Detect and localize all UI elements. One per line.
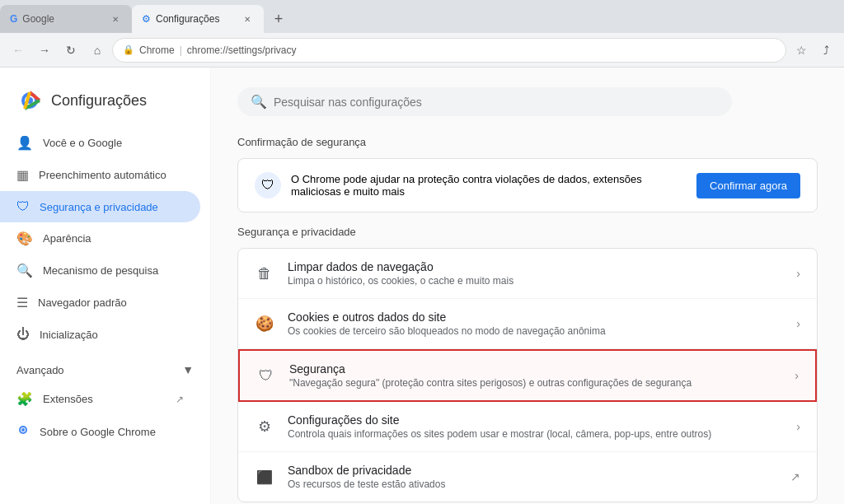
section-title-seguranca: Segurança e privacidade [237,226,818,238]
configuracoes-site-title: Configurações do site [288,413,783,427]
toolbar: ← → ↻ ⌂ 🔒 Chrome | chrome://settings/pri… [0,33,844,68]
list-item-limpar-dados[interactable]: 🗑 Limpar dados de navegação Limpa o hist… [238,249,817,299]
sidebar-item-sobre-chrome[interactable]: Sobre o Google Chrome [0,415,200,448]
security-privacy-list: 🗑 Limpar dados de navegação Limpa o hist… [237,248,818,502]
sidebar-item-mecanismo[interactable]: 🔍 Mecanismo de pesquisa [0,254,200,287]
search-icon: 🔍 [16,263,33,278]
search-icon: 🔍 [251,94,267,110]
address-divider: | [180,44,182,56]
advanced-label: Avançado [16,364,64,376]
sandbox-external-icon: ↗ [790,470,800,483]
site-settings-icon: ⚙ [255,418,274,436]
search-input[interactable] [274,96,719,109]
confirmation-card: 🛡 O Chrome pode ajudar na proteção contr… [237,158,818,212]
content-area: 🔍 Confirmação de segurança 🛡 O Chrome po… [211,68,844,504]
reload-button[interactable]: ↻ [59,39,82,62]
cookie-icon: 🍪 [255,315,274,333]
security-item-icon: 🛡 [256,367,276,385]
sidebar-item-voce-google[interactable]: 👤 Você e o Google [0,127,200,159]
sidebar-label-seguranca: Segurança e privacidade [40,201,158,213]
sidebar-label-sobre-chrome: Sobre o Google Chrome [40,426,156,438]
limpar-dados-arrow: › [796,267,800,280]
power-icon: ⏻ [16,327,30,342]
cookies-subtitle: Os cookies de terceiro são bloqueados no… [288,325,783,337]
sidebar-item-navegador[interactable]: ☰ Navegador padrão [0,287,200,319]
list-item-sandbox[interactable]: ⬛ Sandbox de privacidade Os recursos de … [238,452,817,502]
confirm-now-button[interactable]: Confirmar agora [696,173,800,198]
home-button[interactable]: ⌂ [86,39,109,62]
address-url: chrome://settings/privacy [187,44,297,56]
tab-google-close[interactable]: ✕ [109,12,122,26]
seguranca-item-subtitle: "Navegação segura" (proteção contra site… [289,377,781,389]
fill-icon: ▦ [16,167,29,183]
person-icon: 👤 [16,135,33,151]
cookies-text: Cookies e outros dados do site Os cookie… [288,310,783,337]
security-icon: 🔒 [123,44,134,55]
back-button[interactable]: ← [7,39,30,62]
confirmation-description: O Chrome pode ajudar na proteção contra … [291,173,642,198]
toolbar-actions: ☆ ⤴ [790,39,837,62]
main-layout: Configurações 👤 Você e o Google ▦ Preenc… [0,68,844,504]
sidebar-label-preenchimento: Preenchimento automático [39,169,166,181]
cookies-title: Cookies e outros dados do site [288,310,783,324]
sidebar-item-inicializacao[interactable]: ⏻ Inicialização [0,319,200,350]
sidebar-label-inicializacao: Inicialização [40,329,98,341]
sidebar-label-aparencia: Aparência [43,232,91,245]
confirmation-text: O Chrome pode ajudar na proteção contra … [291,173,687,198]
limpar-dados-title: Limpar dados de navegação [288,260,783,273]
confirmation-card-header: 🛡 O Chrome pode ajudar na proteção contr… [238,159,817,212]
sidebar-label-mecanismo: Mecanismo de pesquisa [43,264,158,277]
shield-badge: 🛡 [255,172,281,198]
sandbox-subtitle: Os recursos de teste estão ativados [288,478,777,490]
browser-icon: ☰ [16,295,28,310]
section-title-confirmacao: Confirmação de segurança [237,136,818,148]
tab-configuracoes[interactable]: ⚙ Configurações ✕ [132,5,264,33]
google-favicon: G [10,13,17,25]
sidebar-item-preenchimento[interactable]: ▦ Preenchimento automático [0,159,200,191]
sidebar-title: Configurações [51,92,147,110]
sidebar-logo: Configurações [0,81,210,127]
search-bar[interactable]: 🔍 [237,87,732,116]
configuracoes-site-text: Configurações do site Controla quais inf… [288,413,783,440]
sandbox-icon: ⬛ [255,469,274,485]
seguranca-item-title: Segurança [289,362,781,376]
seguranca-arrow: › [795,369,799,382]
svg-point-5 [21,428,25,432]
configuracoes-site-subtitle: Controla quais informações os sites pode… [288,428,783,440]
tab-google-title: Google [22,13,104,25]
sidebar-item-extensoes[interactable]: 🧩 Extensões ↗ [0,383,200,415]
configuracoes-site-arrow: › [796,420,800,433]
sidebar-item-seguranca[interactable]: 🛡 Segurança e privacidade [0,191,200,222]
tab-google[interactable]: G Google ✕ [0,5,132,33]
chrome-about-icon [16,423,30,440]
extensions-icon: 🧩 [16,391,33,407]
sidebar: Configurações 👤 Você e o Google ▦ Preenc… [0,68,211,504]
sidebar-item-aparencia[interactable]: 🎨 Aparência [0,222,200,254]
list-item-cookies[interactable]: 🍪 Cookies e outros dados do site Os cook… [238,299,817,349]
shield-icon: 🛡 [16,199,30,214]
sidebar-label-navegador: Navegador padrão [38,296,127,309]
forward-button[interactable]: → [33,39,56,62]
new-tab-button[interactable]: + [267,7,290,30]
sidebar-section-advanced[interactable]: Avançado ▼ [0,357,210,383]
sidebar-label-voce-google: Você e o Google [43,137,122,149]
external-link-icon: ↗ [176,394,184,405]
settings-favicon: ⚙ [142,13,151,25]
list-item-configuracoes-site[interactable]: ⚙ Configurações do site Controla quais i… [238,402,817,452]
seguranca-text: Segurança "Navegação segura" (proteção c… [289,362,781,389]
limpar-dados-subtitle: Limpa o histórico, os cookies, o cache e… [288,275,783,287]
sandbox-title: Sandbox de privacidade [288,464,777,477]
share-button[interactable]: ⤴ [814,39,837,62]
chrome-label: Chrome [139,44,175,56]
bookmark-button[interactable]: ☆ [790,39,813,62]
list-item-seguranca[interactable]: 🛡 Segurança "Navegação segura" (proteção… [238,349,817,402]
address-bar[interactable]: 🔒 Chrome | chrome://settings/privacy [112,38,786,63]
tab-configuracoes-close[interactable]: ✕ [241,12,254,26]
confirmation-action: Confirmar agora [696,173,800,198]
limpar-dados-text: Limpar dados de navegação Limpa o histór… [288,260,783,287]
tab-configuracoes-title: Configurações [156,13,236,25]
tab-bar: G Google ✕ ⚙ Configurações ✕ + [0,0,844,33]
sidebar-label-extensoes: Extensões [43,393,93,405]
cookies-arrow: › [796,317,800,330]
shield-icon: 🛡 [261,178,274,193]
